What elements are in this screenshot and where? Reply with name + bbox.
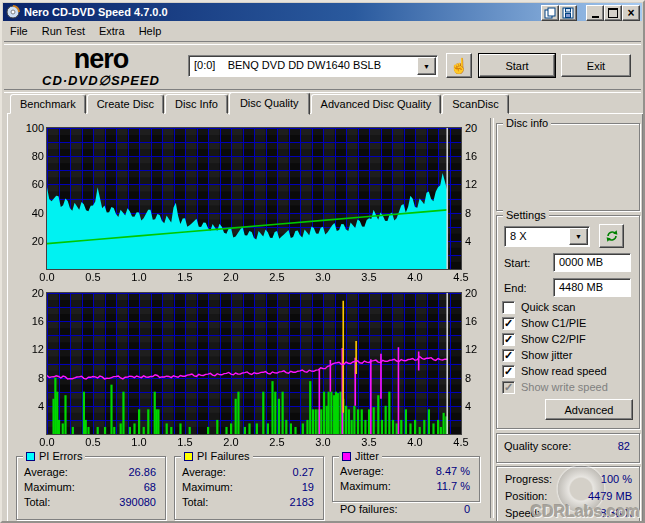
pi-failures-average-value: 0.27 <box>250 466 314 478</box>
advanced-button[interactable]: Advanced <box>545 399 633 420</box>
axis-tick-label: 1.5 <box>172 271 198 283</box>
nero-logo: nero CD·DVD∅SPEED <box>16 46 186 87</box>
tab-disc-info[interactable]: Disc Info <box>165 94 228 114</box>
window-title: Nero CD-DVD Speed 4.7.0.0 <box>24 6 168 18</box>
axis-tick-label: 16 <box>12 315 44 327</box>
axis-tick-label: 8 <box>465 372 489 384</box>
axis-tick-label: 4.0 <box>402 436 428 448</box>
progress-label: Progress: <box>505 473 552 485</box>
minimize-icon <box>592 16 599 18</box>
close-button[interactable]: × <box>622 5 640 21</box>
exit-button[interactable]: Exit <box>561 54 631 77</box>
disc-info-group: Disc info <box>496 123 640 211</box>
drive-options-button[interactable]: ☝ <box>446 53 472 78</box>
hand-pointer-icon: ☝ <box>450 57 469 75</box>
start-position-field[interactable]: 0000 MB <box>553 253 631 272</box>
maximize-button[interactable] <box>604 5 622 21</box>
checkbox-show-c2-pif[interactable]: ✓Show C2/PIF <box>502 331 634 347</box>
menu-file[interactable]: File <box>3 23 35 39</box>
tab-scandisc[interactable]: ScanDisc <box>442 94 508 114</box>
pi-errors-chart <box>47 128 461 269</box>
checkbox-icon[interactable]: ✓ <box>502 333 515 346</box>
app-window: Nero CD-DVD Speed 4.7.0.0 × File Run Tes… <box>0 0 645 523</box>
po-failures-value: 0 <box>402 503 470 515</box>
drive-selector-dropdown-button[interactable]: ▼ <box>417 57 436 75</box>
axis-tick-label: 1.0 <box>126 271 152 283</box>
tab-disc-quality[interactable]: Disc Quality <box>229 92 310 115</box>
axis-tick-label: 12 <box>465 178 489 190</box>
pi-errors-average-label: Average: <box>24 466 68 478</box>
tab-create-disc[interactable]: Create Disc <box>87 94 164 114</box>
axis-tick-label: 40 <box>12 207 44 219</box>
menu-run-test[interactable]: Run Test <box>35 23 92 39</box>
pi-failures-total-value: 2183 <box>250 496 314 508</box>
jitter-average-label: Average: <box>340 465 384 477</box>
pi-failures-average-label: Average: <box>182 466 226 478</box>
checkbox-icon[interactable]: ✓ <box>502 317 515 330</box>
pi-errors-maximum-value: 68 <box>92 481 156 493</box>
checkbox-show-c1-pie[interactable]: ✓Show C1/PIE <box>502 315 634 331</box>
speed-selector-dropdown-button[interactable]: ▼ <box>569 228 588 245</box>
axis-tick-label: 8 <box>12 372 44 384</box>
nero-logo-text: nero <box>16 46 186 73</box>
end-position-field[interactable]: 4480 MB <box>553 278 631 297</box>
axis-tick-label: 0.5 <box>80 436 106 448</box>
quality-score-label: Quality score: <box>504 440 571 452</box>
checkbox-icon[interactable]: ✓ <box>502 349 515 362</box>
drive-selector[interactable]: [0:0] BENQ DVD DD DW1640 BSLB ▼ <box>188 55 438 77</box>
cddvdspeed-logo-text: CD·DVD∅SPEED <box>16 74 186 87</box>
axis-tick-label: 0.0 <box>34 436 60 448</box>
axis-tick-label: 16 <box>465 315 489 327</box>
settings-title: Settings <box>503 209 549 221</box>
axis-tick-label: 8 <box>465 207 489 219</box>
pi-errors-legend-swatch <box>26 452 35 461</box>
start-position-label: Start: <box>504 257 530 269</box>
po-failures-label: PO failures: <box>340 503 397 515</box>
tab-strip: Benchmark Create Disc Disc Info Disc Qua… <box>10 93 510 114</box>
checkbox-label: Show write speed <box>521 381 608 393</box>
axis-tick-label: 20 <box>465 122 489 134</box>
advanced-button-label: Advanced <box>565 404 614 416</box>
minimize-button[interactable] <box>586 5 604 21</box>
axis-tick-label: 0.5 <box>80 271 106 283</box>
axis-tick-label: 60 <box>12 178 44 190</box>
start-button[interactable]: Start <box>479 54 555 77</box>
checkbox-label: Show C1/PIE <box>521 317 586 329</box>
menu-help[interactable]: Help <box>132 23 169 39</box>
save-icon <box>562 7 574 19</box>
axis-tick-label: 100 <box>12 122 44 134</box>
refresh-button[interactable] <box>599 224 624 248</box>
checkbox-label: Show C2/PIF <box>521 333 586 345</box>
axis-tick-label: 2.0 <box>218 271 244 283</box>
speed-selector[interactable]: 8 X ▼ <box>504 226 590 247</box>
checkbox-show-jitter[interactable]: ✓Show jitter <box>502 347 634 363</box>
menu-extra[interactable]: Extra <box>92 23 132 39</box>
speed-selector-value: 8 X <box>510 230 527 242</box>
axis-tick-label: 3.5 <box>356 436 382 448</box>
end-position-label: End: <box>504 282 527 294</box>
pi-errors-total-value: 390080 <box>92 496 156 508</box>
checkbox-quick-scan[interactable]: Quick scan <box>502 299 634 315</box>
axis-tick-label: 3.5 <box>356 271 382 283</box>
progress-value: 100 % <box>562 473 632 485</box>
checkbox-icon[interactable]: ✓ <box>502 365 515 378</box>
checkbox-icon[interactable] <box>502 301 515 314</box>
axis-tick-label: 80 <box>12 150 44 162</box>
copy-window-button[interactable] <box>541 5 559 21</box>
checkbox-icon[interactable]: ✓ <box>502 381 515 394</box>
pi-errors-average-value: 26.86 <box>92 466 156 478</box>
settings-checkboxes: Quick scan✓Show C1/PIE✓Show C2/PIF✓Show … <box>502 299 634 395</box>
jitter-legend-swatch <box>342 452 351 461</box>
axis-tick-label: 12 <box>12 343 44 355</box>
save-window-button[interactable] <box>559 5 577 21</box>
tab-benchmark[interactable]: Benchmark <box>10 94 86 114</box>
axis-tick-label: 4 <box>12 400 44 412</box>
copy-icon <box>544 7 556 19</box>
checkbox-show-write-speed[interactable]: ✓Show write speed <box>502 379 634 395</box>
jitter-maximum-value: 11.7 % <box>402 480 470 492</box>
start-position-value: 0000 MB <box>559 256 603 268</box>
checkbox-show-read-speed[interactable]: ✓Show read speed <box>502 363 634 379</box>
pi-failures-maximum-label: Maximum: <box>182 481 233 493</box>
axis-tick-label: 2.0 <box>218 436 244 448</box>
tab-advanced-disc-quality[interactable]: Advanced Disc Quality <box>311 94 442 114</box>
